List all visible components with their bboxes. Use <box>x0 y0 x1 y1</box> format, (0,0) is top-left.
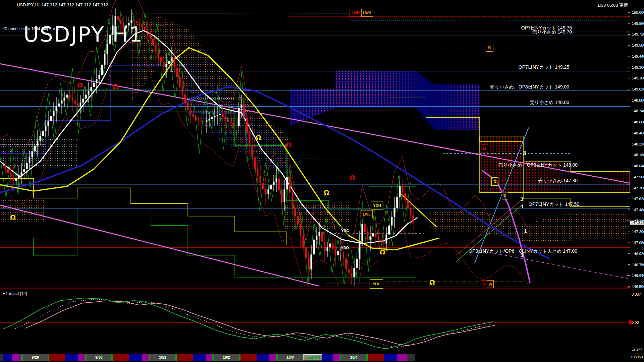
candle-body <box>238 108 240 126</box>
timeline-segment <box>21 354 23 361</box>
candle-body <box>319 232 320 236</box>
candle-body <box>120 20 122 24</box>
candle-body <box>227 119 229 122</box>
candle-body <box>391 217 393 226</box>
timeline-segment <box>0 354 3 361</box>
timeline-segment <box>193 354 206 361</box>
candle-body <box>206 121 208 122</box>
candle-body <box>354 268 355 277</box>
candle-body <box>209 119 210 121</box>
candle-body <box>58 104 60 107</box>
candle-body <box>15 178 17 181</box>
candle-body <box>372 233 374 236</box>
candle-body <box>260 176 261 183</box>
timeline-segment <box>240 354 257 361</box>
candle-body <box>222 114 224 117</box>
main-chart-pane <box>0 0 630 312</box>
candle-body <box>187 103 189 110</box>
candle-body <box>313 240 315 254</box>
candle-body <box>249 132 251 145</box>
timeline-segment <box>129 354 142 361</box>
candle-body <box>10 173 12 177</box>
trading-terminal-window: USDJPY H1 USDJPY,H1 147.312 147.312 147.… <box>0 0 644 362</box>
candle-body <box>83 99 84 103</box>
indicator-cloud <box>290 71 480 130</box>
candle-body <box>155 45 157 51</box>
timeline-date: 10/1 <box>159 355 166 359</box>
candle-body <box>380 240 382 242</box>
candle-body <box>128 23 130 25</box>
chart-canvas[interactable] <box>0 0 644 362</box>
candle-body <box>308 258 310 269</box>
channel-dashed-trendline <box>472 249 630 279</box>
channel-upper-trendline <box>0 64 630 183</box>
candle-body <box>321 232 323 241</box>
candle-body <box>332 243 334 249</box>
timeline-segment <box>340 354 341 361</box>
timeline-segment <box>49 354 65 361</box>
candle-body <box>340 247 342 251</box>
candle-body <box>262 183 264 188</box>
candle-body <box>268 189 269 194</box>
candle-body <box>211 117 213 119</box>
channel-lower-trendline <box>0 205 324 287</box>
candle-body <box>351 273 353 277</box>
candle-body <box>53 111 55 116</box>
candle-body <box>303 236 304 247</box>
candle-body <box>286 177 288 189</box>
candle-body <box>107 44 108 54</box>
candle-body <box>386 235 387 244</box>
candle-body <box>171 58 173 61</box>
candle-body <box>72 98 73 101</box>
timeline-segment <box>276 354 278 361</box>
candle-body <box>99 75 100 79</box>
candle-body <box>324 242 326 251</box>
candle-body <box>160 57 162 62</box>
candle-body <box>80 103 82 107</box>
candle-body <box>297 216 299 224</box>
candle-body <box>356 259 358 268</box>
candle-body <box>61 101 63 104</box>
candle-body <box>337 251 339 255</box>
candle-body <box>144 27 146 29</box>
candle-body <box>5 165 6 169</box>
candle-body <box>367 232 369 239</box>
candle-body <box>276 178 277 181</box>
candle-body <box>69 95 71 98</box>
candle-body <box>281 190 283 202</box>
candle-body <box>413 215 414 222</box>
candle-body <box>112 25 114 35</box>
candle-body <box>142 24 143 27</box>
candle-body <box>292 193 293 208</box>
candle-body <box>23 169 25 172</box>
candle-body <box>270 185 272 189</box>
candle-body <box>329 243 331 247</box>
timeline-segment <box>384 354 397 361</box>
candle-body <box>407 200 409 208</box>
candle-body <box>18 175 20 178</box>
candle-body <box>42 131 44 136</box>
macd-signal-dotted <box>15 299 495 348</box>
candle-body <box>219 114 221 115</box>
macd-signal-line <box>25 301 495 346</box>
candle-body <box>139 23 141 24</box>
candle-body <box>91 87 92 91</box>
candle-body <box>131 20 132 23</box>
candle-body <box>327 247 328 251</box>
indicator-cloud <box>429 210 630 241</box>
candle-body <box>294 208 296 216</box>
timeline-segment <box>3 354 12 361</box>
candle-body <box>201 121 202 122</box>
candle-body <box>152 39 154 45</box>
timeline-date: 10/3 <box>286 355 293 359</box>
candle-body <box>85 95 87 99</box>
timeline-segment <box>212 354 214 361</box>
candle-body <box>21 172 22 175</box>
candle-body <box>388 226 390 235</box>
candle-body <box>217 115 218 116</box>
candle-body <box>179 77 181 87</box>
candle-body <box>182 87 183 95</box>
timeline-segment <box>113 354 129 361</box>
macd-toggle-button[interactable]: macd ON <box>303 354 322 361</box>
candle-body <box>50 116 52 121</box>
